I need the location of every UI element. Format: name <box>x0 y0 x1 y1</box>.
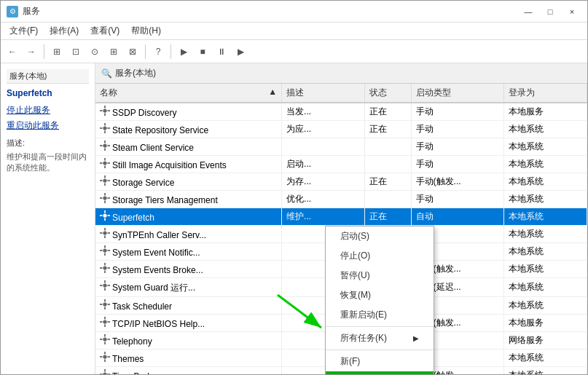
cell-login: 本地系统 <box>504 243 587 261</box>
service-gear-icon <box>100 158 110 168</box>
context-start[interactable]: 启动(S) <box>326 226 434 246</box>
context-restart[interactable]: 重新启动(E) <box>326 305 434 325</box>
sidebar: 服务(本地) Superfetch 停止此服务 重启动此服务 描述: 维护和提高… <box>1 63 95 374</box>
svg-rect-13 <box>100 145 103 146</box>
toolbar-btn-1[interactable]: ⊞ <box>48 43 66 60</box>
cell-status: 正在 <box>364 208 411 226</box>
menu-help[interactable]: 帮助(H) <box>125 23 167 39</box>
svg-point-45 <box>103 266 106 269</box>
stop-service-link[interactable]: 停止此服务 <box>7 104 89 117</box>
svg-point-35 <box>103 231 106 234</box>
menu-action[interactable]: 操作(A) <box>44 23 85 39</box>
panel-header-icon: 🔍 <box>101 68 112 79</box>
svg-rect-37 <box>104 236 106 239</box>
service-gear-icon <box>100 106 110 116</box>
svg-rect-16 <box>104 158 106 161</box>
submenu-arrow-icon: ▶ <box>413 334 419 342</box>
table-row[interactable]: Steam Client Service手动本地系统 <box>95 138 587 156</box>
svg-point-40 <box>103 248 106 252</box>
cell-desc: 当发... <box>282 103 365 121</box>
cell-desc: 启动... <box>282 156 365 173</box>
context-menu: 启动(S) 停止(O) 暂停(U) 恢复(M) 重新启动(E) <box>325 226 434 374</box>
service-gear-icon <box>100 317 110 327</box>
cell-login: 本地服务 <box>504 315 587 332</box>
services-table[interactable]: 名称 ▲ 描述 状态 启动类型 登录为 SSDP Discovery当发...正… <box>95 84 587 374</box>
service-gear-icon <box>100 123 110 133</box>
table-row[interactable]: Still Image Acquisition Events启动...手动本地系… <box>95 156 587 173</box>
context-sep-2 <box>326 350 434 350</box>
service-gear-icon <box>100 334 110 344</box>
svg-rect-33 <box>100 215 103 216</box>
context-new[interactable]: 新(F) <box>326 352 434 371</box>
svg-rect-26 <box>104 193 106 196</box>
service-gear-icon <box>100 210 110 221</box>
menu-view[interactable]: 查看(V) <box>85 23 125 39</box>
toolbar-separator-1 <box>44 44 44 59</box>
toolbar-btn-4[interactable]: ⊞ <box>105 43 122 60</box>
service-gear-icon <box>100 245 110 256</box>
table-row[interactable]: Storage Service为存...正在手动(触发...本地系统 <box>95 173 587 191</box>
svg-rect-58 <box>100 304 103 305</box>
cell-login: 本地系统 <box>504 297 587 315</box>
cell-login: 网络服务 <box>504 332 587 350</box>
table-row[interactable]: SSDP Discovery当发...正在手动本地服务 <box>95 103 587 121</box>
window-controls: — □ × <box>519 4 581 20</box>
context-alltasks[interactable]: 所有任务(K) ▶ <box>326 328 434 348</box>
minimize-button[interactable]: — <box>519 4 538 20</box>
table-row[interactable]: Superfetch维护...正在自动本地系统 <box>95 208 587 226</box>
svg-rect-76 <box>104 369 106 372</box>
cell-desc: 为应... <box>282 121 365 138</box>
toolbar-btn-3[interactable]: ⊙ <box>86 43 103 60</box>
svg-rect-63 <box>100 321 103 323</box>
svg-point-25 <box>103 196 106 200</box>
svg-rect-71 <box>104 352 106 355</box>
restart-service-link[interactable]: 重启动此服务 <box>7 119 89 132</box>
svg-rect-57 <box>104 307 106 310</box>
svg-point-70 <box>103 355 106 358</box>
toolbar-btn-2[interactable]: ⊡ <box>67 43 85 60</box>
title-bar: ⚙ 服务 — □ × <box>1 1 587 23</box>
sidebar-desc-text: 维护和提高一段时间内的系统性能。 <box>7 151 89 174</box>
context-sep-1 <box>326 326 434 327</box>
context-properties[interactable]: 屬性(R) <box>326 371 434 374</box>
svg-rect-78 <box>100 374 103 374</box>
cell-status <box>364 138 411 156</box>
app-icon: ⚙ <box>7 6 18 17</box>
cell-desc: 为存... <box>282 173 365 191</box>
toolbar-btn-help[interactable]: ? <box>149 43 167 60</box>
cell-name: System Guard 运行... <box>95 278 282 297</box>
back-button[interactable]: ← <box>4 43 21 60</box>
svg-point-30 <box>103 213 106 217</box>
toolbar-pause-button[interactable]: ⏸ <box>213 43 230 60</box>
svg-rect-4 <box>108 110 111 111</box>
svg-rect-49 <box>108 267 111 269</box>
service-gear-icon <box>100 352 110 362</box>
cell-name: Steam Client Service <box>95 138 282 156</box>
svg-rect-47 <box>104 271 106 274</box>
svg-rect-1 <box>104 106 106 108</box>
context-pause[interactable]: 暂停(U) <box>326 266 434 285</box>
cell-name: SynTPEnh Caller Serv... <box>95 226 282 243</box>
context-stop[interactable]: 停止(O) <box>326 246 434 266</box>
svg-rect-17 <box>104 166 106 169</box>
close-button[interactable]: × <box>562 4 581 20</box>
cell-startup: 手动 <box>411 138 504 156</box>
toolbar-play-button[interactable]: ▶ <box>175 43 192 60</box>
svg-rect-27 <box>104 201 106 204</box>
maximize-button[interactable]: □ <box>541 4 560 20</box>
service-gear-icon <box>100 263 110 273</box>
context-resume[interactable]: 恢复(M) <box>326 285 434 305</box>
table-row[interactable]: State Repository Service为应...正在手动本地系统 <box>95 121 587 138</box>
cell-login: 本地系统 <box>504 191 587 208</box>
toolbar-stop-button[interactable]: ■ <box>194 43 211 60</box>
svg-rect-56 <box>104 299 106 302</box>
toolbar-restart-button[interactable]: ▶ <box>232 43 249 60</box>
cell-name: SSDP Discovery <box>95 103 282 121</box>
service-gear-icon <box>100 369 110 374</box>
toolbar-btn-5[interactable]: ⊠ <box>124 43 141 60</box>
svg-point-75 <box>103 372 106 374</box>
menu-file[interactable]: 文件(F) <box>4 23 44 39</box>
sidebar-service-name: Superfetch <box>7 88 89 98</box>
table-row[interactable]: Storage Tiers Management优化...手动本地系统 <box>95 191 587 208</box>
forward-button[interactable]: → <box>23 43 40 60</box>
